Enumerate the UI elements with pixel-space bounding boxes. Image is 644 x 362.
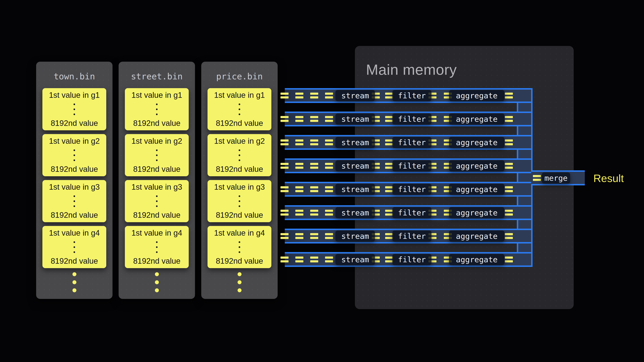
value-block-first-label: 1st value in g2: [132, 137, 182, 146]
stage-box-stream: stream: [336, 90, 375, 101]
dataflow-dash-icon: [385, 233, 393, 239]
main-memory-title: Main memory: [366, 61, 457, 78]
dataflow-dash-icon: [505, 93, 513, 98]
dataflow-dash-icon: [310, 139, 318, 145]
dataflow-dash-icon: [385, 186, 393, 192]
dataflow-dash-icon: [325, 93, 333, 98]
dataflow-dash-icon: [295, 233, 304, 239]
pipeline-row: streamfilteraggregate: [285, 88, 531, 103]
dataflow-dash-icon: [280, 210, 288, 216]
stage-box-aggregate: aggregate: [449, 207, 504, 218]
pipeline-row: streamfilteraggregate: [285, 158, 531, 173]
dataflow-dash-icon: [505, 233, 513, 239]
result-label: Result: [593, 173, 624, 184]
stage-box-aggregate: aggregate: [449, 90, 504, 101]
stage-box-filter: filter: [392, 90, 432, 101]
value-ellipsis-icon: [239, 149, 240, 161]
dataflow-dash-icon: [385, 116, 393, 122]
dataflow-dash-icon: [505, 116, 513, 122]
value-block-last-label: 8192nd value: [216, 119, 263, 128]
value-block-last-label: 8192nd value: [133, 257, 180, 266]
bin-filename: street.bin: [118, 71, 195, 81]
bin-column-street: street.bin 1st value in g1 8192nd value …: [118, 62, 195, 299]
stage-box-filter: filter: [392, 137, 432, 148]
stage-box-filter: filter: [392, 207, 432, 218]
value-block-first-label: 1st value in g2: [214, 137, 265, 146]
value-block: 1st value in g2 8192nd value: [125, 134, 189, 176]
value-block-first-label: 1st value in g1: [49, 91, 100, 100]
stage-box-filter: filter: [392, 254, 432, 265]
bin-filename: town.bin: [36, 71, 112, 81]
more-groups-ellipsis: [36, 272, 112, 292]
pipeline-row: streamfilteraggregate: [285, 252, 531, 267]
dataflow-dash-icon: [385, 139, 393, 145]
value-ellipsis-icon: [239, 241, 240, 253]
value-block-last-label: 8192nd value: [216, 211, 263, 220]
value-ellipsis-icon: [239, 103, 240, 115]
value-block-last-label: 8192nd value: [133, 211, 180, 220]
value-block-last-label: 8192nd value: [133, 165, 180, 174]
value-block-first-label: 1st value in g1: [132, 91, 182, 100]
dataflow-dash-icon: [533, 175, 541, 181]
value-block-first-label: 1st value in g3: [49, 183, 100, 192]
stage-box-filter: filter: [392, 184, 432, 195]
dataflow-dash-icon: [295, 257, 304, 262]
value-block-first-label: 1st value in g4: [214, 228, 265, 238]
dataflow-dash-icon: [310, 233, 318, 239]
stage-box-filter: filter: [392, 231, 432, 242]
value-block-first-label: 1st value in g4: [49, 228, 100, 238]
value-block-last-label: 8192nd value: [133, 119, 180, 128]
dataflow-dash-icon: [280, 93, 288, 98]
value-block: 1st value in g3 8192nd value: [42, 180, 106, 222]
value-ellipsis-icon: [74, 195, 75, 207]
value-block-last-label: 8192nd value: [51, 211, 98, 220]
value-block: 1st value in g2 8192nd value: [208, 134, 271, 176]
merge-band: merge: [531, 170, 585, 185]
dataflow-dash-icon: [280, 163, 288, 169]
value-block: 1st value in g1 8192nd value: [208, 88, 271, 130]
value-ellipsis-icon: [156, 241, 158, 253]
value-block: 1st value in g4 8192nd value: [208, 226, 271, 268]
value-block: 1st value in g1 8192nd value: [42, 88, 106, 130]
dataflow-dash-icon: [280, 257, 288, 262]
value-block: 1st value in g1 8192nd value: [125, 88, 189, 130]
dataflow-dash-icon: [385, 93, 393, 98]
value-block: 1st value in g2 8192nd value: [42, 134, 106, 176]
stage-box-filter: filter: [392, 113, 432, 124]
pipeline-row: streamfilteraggregate: [285, 135, 531, 150]
dataflow-dash-icon: [325, 139, 333, 145]
dataflow-dash-icon: [295, 139, 304, 145]
dataflow-dash-icon: [310, 93, 318, 98]
dataflow-dash-icon: [310, 210, 318, 216]
stage-box-stream: stream: [336, 113, 375, 124]
dataflow-dash-icon: [325, 257, 333, 262]
dataflow-dash-icon: [295, 93, 304, 98]
stage-box-aggregate: aggregate: [449, 231, 504, 242]
dataflow-dash-icon: [505, 210, 513, 216]
stage-box-stream: stream: [336, 160, 375, 171]
stage-box-aggregate: aggregate: [449, 254, 504, 265]
value-block: 1st value in g4 8192nd value: [42, 226, 106, 268]
value-block: 1st value in g3 8192nd value: [208, 180, 271, 222]
dataflow-dash-icon: [280, 233, 288, 239]
dataflow-dash-icon: [505, 257, 513, 262]
dataflow-dash-icon: [325, 163, 333, 169]
dataflow-dash-icon: [325, 210, 333, 216]
pipeline-row: streamfilteraggregate: [285, 205, 531, 220]
value-block: 1st value in g3 8192nd value: [125, 180, 189, 222]
dataflow-dash-icon: [505, 186, 513, 192]
dataflow-dash-icon: [310, 163, 318, 169]
value-block-last-label: 8192nd value: [216, 257, 263, 266]
value-block-last-label: 8192nd value: [51, 257, 98, 266]
dataflow-dash-icon: [310, 116, 318, 122]
stage-box-aggregate: aggregate: [449, 113, 504, 124]
bin-filename: price.bin: [201, 71, 278, 81]
merge-box: merge: [542, 173, 570, 183]
stage-box-stream: stream: [336, 137, 375, 148]
dataflow-dash-icon: [325, 233, 333, 239]
dataflow-dash-icon: [505, 139, 513, 145]
bin-column-town: town.bin 1st value in g1 8192nd value 1s…: [36, 62, 112, 299]
dataflow-dash-icon: [310, 257, 318, 262]
stage-box-stream: stream: [336, 184, 375, 195]
dataflow-dash-icon: [325, 186, 333, 192]
